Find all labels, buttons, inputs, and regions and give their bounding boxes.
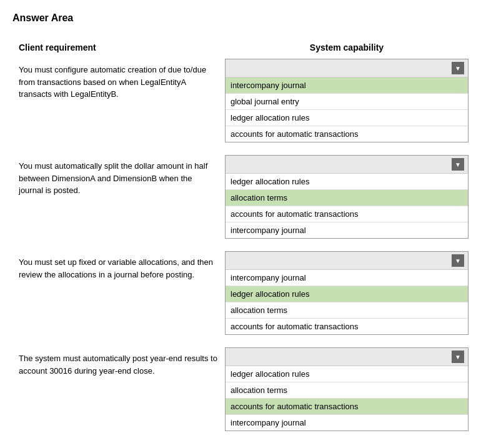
option-row3-2[interactable]: ledger allocation rules	[226, 286, 468, 302]
dropdown-row4: ▼ledger allocation rulesallocation terms…	[225, 347, 469, 431]
requirement-row4: The system must automatically post year-…	[12, 347, 225, 382]
option-row1-4[interactable]: accounts for automatic transactions	[226, 126, 468, 142]
requirement-row3: You must set up fixed or variable alloca…	[12, 251, 225, 286]
dropdown-row1: ▼intercompany journalglobal journal entr…	[225, 59, 469, 142]
option-row3-4[interactable]: accounts for automatic transactions	[226, 319, 468, 334]
page-title: Answer Area	[12, 12, 469, 24]
option-row4-1[interactable]: ledger allocation rules	[226, 366, 468, 382]
requirement-row1: You must configure automatic creation of…	[12, 59, 225, 106]
options-row4: ledger allocation rulesallocation termsa…	[226, 366, 468, 431]
left-column-header: Client requirement	[12, 42, 225, 52]
option-row1-1[interactable]: intercompany journal	[226, 77, 468, 94]
dropdown-row2: ▼ledger allocation rulesallocation terms…	[225, 155, 469, 239]
dropdown-header-row3: ▼	[226, 252, 468, 270]
answer-area: Client requirement System capability You…	[12, 36, 469, 448]
option-row2-1[interactable]: ledger allocation rules	[226, 174, 468, 190]
rows-container: You must configure automatic creation of…	[12, 59, 469, 431]
option-row2-4[interactable]: intercompany journal	[226, 222, 468, 238]
requirement-row2: You must automatically split the dollar …	[12, 155, 225, 202]
dropdown-arrow-row1[interactable]: ▼	[452, 62, 464, 74]
row-row3: You must set up fixed or variable alloca…	[12, 251, 469, 335]
dropdown-arrow-row3[interactable]: ▼	[452, 254, 464, 267]
dropdown-header-row1: ▼	[226, 59, 468, 77]
dropdown-arrow-row2[interactable]: ▼	[452, 158, 464, 171]
option-row1-2[interactable]: global journal entry	[226, 94, 468, 110]
option-row4-3[interactable]: accounts for automatic transactions	[226, 399, 468, 415]
option-row3-3[interactable]: allocation terms	[226, 302, 468, 319]
dropdown-row3: ▼intercompany journalledger allocation r…	[225, 251, 469, 335]
right-column-header: System capability	[225, 42, 469, 52]
options-row3: intercompany journalledger allocation ru…	[226, 270, 468, 334]
row-row2: You must automatically split the dollar …	[12, 155, 469, 239]
options-row1: intercompany journalglobal journal entry…	[226, 77, 468, 142]
option-row2-3[interactable]: accounts for automatic transactions	[226, 206, 468, 222]
dropdown-header-row4: ▼	[226, 348, 468, 366]
option-row3-1[interactable]: intercompany journal	[226, 270, 468, 286]
columns-header: Client requirement System capability	[12, 42, 469, 52]
option-row1-3[interactable]: ledger allocation rules	[226, 110, 468, 126]
option-row4-4[interactable]: intercompany journal	[226, 415, 468, 431]
row-row4: The system must automatically post year-…	[12, 347, 469, 431]
row-row1: You must configure automatic creation of…	[12, 59, 469, 142]
option-row4-2[interactable]: allocation terms	[226, 382, 468, 399]
dropdown-arrow-row4[interactable]: ▼	[452, 351, 464, 363]
dropdown-header-row2: ▼	[226, 156, 468, 174]
option-row2-2[interactable]: allocation terms	[226, 190, 468, 206]
options-row2: ledger allocation rulesallocation termsa…	[226, 174, 468, 238]
